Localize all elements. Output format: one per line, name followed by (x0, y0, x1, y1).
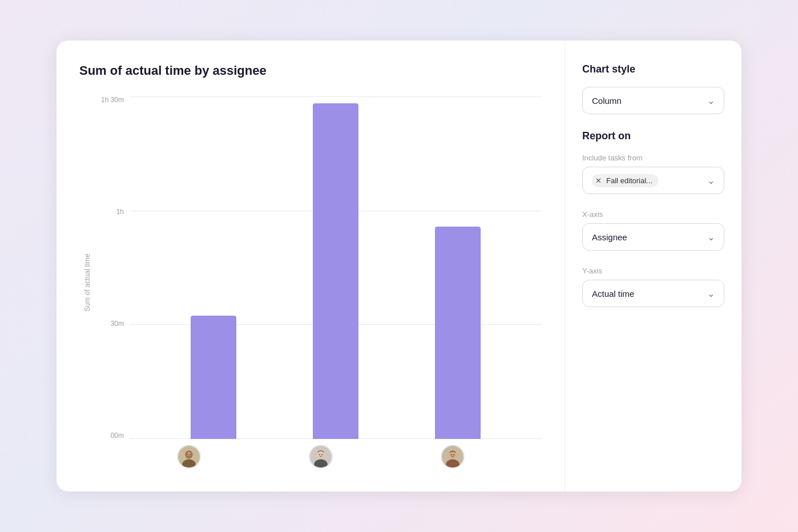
avatar-1 (177, 445, 201, 469)
report-on-group: Report on Include tasks from ✕ Fall edit… (582, 130, 724, 194)
chart-style-value: Column (592, 96, 622, 106)
svg-point-5 (190, 454, 191, 455)
x-label-1 (166, 445, 212, 469)
bar-col-1 (191, 96, 236, 439)
y-axis-label: Sum of actual time (83, 253, 91, 312)
chart-style-group: Chart style Column ⌄ (582, 63, 724, 114)
bar-col-2 (313, 96, 358, 439)
x-axis-value: Assignee (592, 232, 627, 242)
x-label-3 (430, 445, 475, 469)
y-axis-control-label: Y-axis (582, 267, 724, 275)
include-tasks-select[interactable]: ✕ Fall editorial... ⌄ (582, 167, 724, 194)
tag-label: Fall editorial... (606, 176, 652, 185)
bar-2 (313, 103, 358, 439)
avatar-3 (441, 445, 465, 469)
y-tick-2: 1h (100, 208, 130, 215)
y-axis-select[interactable]: Actual time ⌄ (582, 280, 724, 307)
bars-area (130, 96, 542, 439)
chart-area: Sum of actual time by assignee Sum of ac… (57, 41, 565, 491)
chart-style-select[interactable]: Column ⌄ (582, 87, 724, 114)
bar-1 (191, 316, 236, 439)
x-axis-group: X-axis Assignee ⌄ (582, 210, 724, 251)
svg-point-15 (454, 454, 455, 456)
y-axis-value: Actual time (592, 289, 634, 299)
bars-row (130, 96, 542, 439)
y-tick-1: 30m (100, 320, 130, 327)
report-on-title: Report on (582, 130, 724, 142)
chart-title: Sum of actual time by assignee (79, 63, 542, 78)
chart-container: Sum of actual time 00m 30m 1h 1h 30m (79, 96, 542, 469)
y-ticks: 00m 30m 1h 1h 30m (100, 96, 130, 439)
y-tick-0: 00m (100, 432, 130, 439)
include-tasks-label: Include tasks from (582, 154, 724, 162)
x-axis-label: X-axis (582, 210, 724, 219)
x-axis-select[interactable]: Assignee ⌄ (582, 223, 724, 251)
chevron-down-icon-xaxis: ⌄ (707, 232, 715, 243)
chevron-down-icon-chart-style: ⌄ (707, 95, 715, 106)
y-axis-group: Y-axis Actual time ⌄ (582, 267, 724, 307)
x-labels (100, 439, 542, 469)
svg-point-14 (451, 454, 452, 456)
chevron-down-icon-tasks: ⌄ (707, 175, 715, 186)
chevron-down-icon-yaxis: ⌄ (707, 288, 715, 299)
bar-col-3 (435, 96, 481, 439)
avatar-2 (309, 445, 333, 469)
svg-point-4 (187, 454, 188, 455)
main-card: Sum of actual time by assignee Sum of ac… (57, 41, 741, 491)
chart-inner: 00m 30m 1h 1h 30m (100, 96, 542, 469)
chart-plot: 00m 30m 1h 1h 30m (100, 96, 542, 439)
controls-panel: Chart style Column ⌄ Report on Include t… (565, 41, 741, 491)
x-label-2 (298, 445, 344, 469)
tag-remove-icon[interactable]: ✕ (595, 176, 602, 185)
svg-point-10 (321, 454, 323, 455)
y-tick-3: 1h 30m (100, 96, 130, 103)
bar-3 (435, 227, 481, 439)
chart-style-title: Chart style (582, 63, 724, 75)
svg-point-9 (319, 454, 320, 455)
y-axis-label-wrap: Sum of actual time (79, 96, 95, 469)
include-tasks-tag: ✕ Fall editorial... (592, 174, 658, 187)
